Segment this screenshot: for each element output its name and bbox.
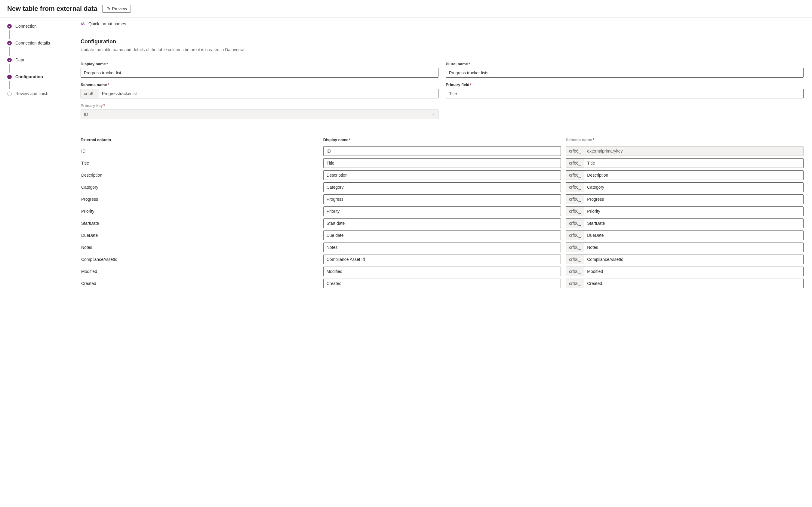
plural-name-field: Plural name* <box>446 62 804 78</box>
check-icon <box>8 59 11 61</box>
column-row: Descriptioncrfb6_ <box>81 170 804 180</box>
primary-key-label: Primary key* <box>81 103 438 108</box>
column-schema-name-input[interactable] <box>584 171 803 180</box>
column-schema-name-input[interactable] <box>584 195 803 204</box>
display-name-input[interactable] <box>81 68 438 78</box>
column-display-name-input[interactable] <box>323 267 561 276</box>
step-label: Connection <box>15 24 37 29</box>
external-column-name: DueDate <box>81 233 318 238</box>
step-label: Connection details <box>15 41 50 45</box>
column-schema-name-field: crfb6_ <box>566 230 804 240</box>
column-row: IDcrfb6_ <box>81 146 804 156</box>
page-title: New table from external data <box>7 5 98 13</box>
column-row: ComplianceAssetIdcrfb6_ <box>81 255 804 264</box>
schema-prefix: crfb6_ <box>566 207 584 216</box>
column-display-name-input[interactable] <box>323 218 561 228</box>
preview-button[interactable]: Preview <box>102 5 131 13</box>
column-row: DueDatecrfb6_ <box>81 230 804 240</box>
column-display-name-input[interactable] <box>323 255 561 264</box>
step-indicator <box>7 92 12 96</box>
column-row: Notescrfb6_ <box>81 242 804 252</box>
column-row: Categorycrfb6_ <box>81 182 804 192</box>
column-display-name-input[interactable] <box>323 182 561 192</box>
step-data[interactable]: Data <box>7 57 65 74</box>
step-indicator <box>7 41 12 45</box>
column-display-name-input[interactable] <box>323 242 561 252</box>
column-schema-name-field: crfb6_ <box>566 207 804 216</box>
column-schema-name-input[interactable] <box>584 183 803 192</box>
columns-rows: IDcrfb6_Titlecrfb6_Descriptioncrfb6_Cate… <box>81 146 804 288</box>
step-connection[interactable]: Connection <box>7 24 65 41</box>
column-row: Prioritycrfb6_ <box>81 207 804 216</box>
preview-icon <box>106 7 110 11</box>
column-schema-name-field: crfb6_ <box>566 170 804 180</box>
external-column-name: Modified <box>81 269 318 274</box>
schema-prefix: crfb6_ <box>566 219 584 228</box>
column-schema-name-input[interactable] <box>584 243 803 252</box>
schema-prefix: crfb6_ <box>566 195 584 204</box>
column-schema-name-input[interactable] <box>584 267 803 276</box>
primary-key-value: ID <box>84 112 88 117</box>
column-row: Createdcrfb6_ <box>81 279 804 288</box>
plural-name-input[interactable] <box>446 68 804 78</box>
column-display-name-input[interactable] <box>323 170 561 180</box>
external-column-name: Category <box>81 185 318 189</box>
column-display-name-input[interactable] <box>323 146 561 156</box>
step-configuration[interactable]: Configuration <box>7 74 65 91</box>
external-column-name: Description <box>81 173 318 177</box>
column-row: Progresscrfb6_ <box>81 194 804 204</box>
chevron-down-icon <box>432 113 435 116</box>
external-column-name: StartDate <box>81 221 318 226</box>
external-column-name: Progress <box>81 197 318 202</box>
column-display-name-input[interactable] <box>323 158 561 168</box>
schema-prefix: crfb6_ <box>566 231 584 240</box>
step-indicator <box>7 24 12 29</box>
column-schema-name-input[interactable] <box>584 207 803 216</box>
column-display-name-input[interactable] <box>323 279 561 288</box>
external-column-name: ID <box>81 149 318 154</box>
step-review-and-finish[interactable]: Review and finish <box>7 91 65 96</box>
external-column-name: Title <box>81 161 318 166</box>
schema-prefix: crfb6_ <box>566 171 584 180</box>
section-description: Update the table name and details of the… <box>81 47 804 52</box>
column-schema-name-field: crfb6_ <box>566 255 804 264</box>
step-label: Configuration <box>15 74 43 79</box>
column-schema-name-field: crfb6_ <box>566 182 804 192</box>
quick-format-button[interactable]: Quick format names <box>88 21 126 26</box>
step-label: Review and finish <box>15 91 48 96</box>
step-connection-details[interactable]: Connection details <box>7 41 65 57</box>
column-schema-name-input[interactable] <box>584 219 803 228</box>
external-column-name: Priority <box>81 209 318 214</box>
column-display-name-input[interactable] <box>323 230 561 240</box>
primary-field-input[interactable] <box>446 89 804 98</box>
schema-name-input[interactable] <box>99 89 438 98</box>
schema-prefix: crfb6_ <box>566 183 584 192</box>
column-schema-name-input[interactable] <box>584 255 803 264</box>
preview-button-label: Preview <box>112 6 127 11</box>
column-display-name-input[interactable] <box>323 194 561 204</box>
schema-name-field: Schema name* crfb6_ <box>81 82 438 98</box>
schema-prefix: crfb6_ <box>566 147 584 156</box>
stepper: ConnectionConnection detailsDataConfigur… <box>0 18 72 300</box>
column-header-external: External column <box>81 137 318 142</box>
column-schema-name-input[interactable] <box>584 159 803 168</box>
column-row: Titlecrfb6_ <box>81 158 804 168</box>
schema-prefix: crfb6_ <box>566 267 584 276</box>
schema-prefix: crfb6_ <box>81 89 99 98</box>
schema-prefix: crfb6_ <box>566 243 584 252</box>
column-schema-name-input[interactable] <box>584 231 803 240</box>
schema-prefix: crfb6_ <box>566 279 584 288</box>
column-header-schema: Schema name* <box>566 137 804 142</box>
column-schema-name-field: crfb6_ <box>566 146 804 156</box>
step-indicator <box>7 58 12 62</box>
section-title: Configuration <box>81 39 804 45</box>
column-schema-name-field: crfb6_ <box>566 158 804 168</box>
step-indicator <box>7 75 12 79</box>
display-name-label: Display name* <box>81 62 438 66</box>
column-schema-name-input[interactable] <box>584 279 803 288</box>
column-schema-name-field: crfb6_ <box>566 279 804 288</box>
column-schema-name-input <box>584 147 803 156</box>
main: A B Quick format names Configuration Upd… <box>72 18 812 300</box>
column-display-name-input[interactable] <box>323 207 561 216</box>
display-name-field: Display name* <box>81 62 438 78</box>
